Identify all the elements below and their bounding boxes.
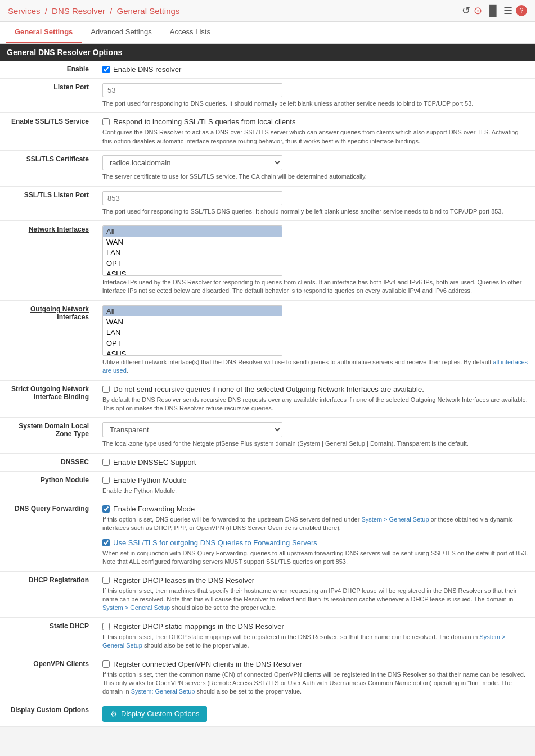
- tab-general-settings[interactable]: General Settings: [6, 22, 82, 43]
- openvpn-checkbox[interactable]: [102, 660, 110, 668]
- ssl-tls-checkbox-label[interactable]: Respond to incoming SSL/TLS queries from…: [102, 117, 528, 126]
- dns-qf-hint: If this option is set, DNS queries will …: [102, 515, 528, 533]
- value-ssl-cert: radice.localdomain The server certificat…: [96, 151, 535, 186]
- ssl-tls-checkbox[interactable]: [102, 118, 110, 125]
- dnssec-checkbox[interactable]: [102, 459, 110, 466]
- label-python-module: Python Module: [0, 471, 96, 500]
- dns-qf-sub-checkbox[interactable]: [102, 539, 110, 546]
- outgoing-network-hint-link[interactable]: all interfaces are used: [102, 359, 528, 374]
- value-network-interfaces: All WAN LAN OPT ASUS Interface IPs used …: [96, 220, 535, 300]
- network-interfaces-select[interactable]: All WAN LAN OPT ASUS: [102, 225, 282, 276]
- top-bar: Services / DNS Resolver / General Settin…: [0, 0, 535, 22]
- dhcp-reg-checkbox-label[interactable]: Register DHCP leases in the DNS Resolver: [102, 576, 528, 585]
- gear-icon: ⚙: [110, 709, 118, 718]
- static-dhcp-checkbox[interactable]: [102, 623, 110, 630]
- label-outgoing-network[interactable]: Outgoing Network Interfaces: [0, 300, 96, 380]
- value-display-custom: ⚙ Display Custom Options: [96, 701, 535, 726]
- tab-advanced-settings[interactable]: Advanced Settings: [82, 22, 160, 43]
- row-static-dhcp: Static DHCP Register DHCP static mapping…: [0, 617, 535, 655]
- ssl-listen-port-hint: The port used for responding to SSL/TLS …: [102, 207, 528, 216]
- python-module-checkbox[interactable]: [102, 477, 110, 484]
- ssl-tls-hint: Configures the DNS Resolver to act as a …: [102, 128, 528, 146]
- label-listen-port: Listen Port: [0, 79, 96, 113]
- label-static-dhcp: Static DHCP: [0, 617, 96, 655]
- breadcrumb-sep1: /: [45, 6, 47, 16]
- row-openvpn-clients: OpenVPN Clients Register connected OpenV…: [0, 655, 535, 701]
- list-icon[interactable]: ☰: [503, 4, 512, 17]
- row-system-domain: System Domain Local Zone Type Transparen…: [0, 418, 535, 453]
- row-ssl-tls-service: Enable SSL/TLS Service Respond to incomi…: [0, 113, 535, 151]
- dnssec-checkbox-text: Enable DNSSEC Support: [113, 458, 196, 467]
- listen-port-input[interactable]: [102, 83, 282, 97]
- ssl-listen-port-input[interactable]: [102, 191, 282, 205]
- on-option-lan: LAN: [103, 327, 282, 338]
- value-python-module: Enable Python Module Enable the Python M…: [96, 471, 535, 500]
- openvpn-hint-link[interactable]: System: General Setup: [131, 688, 195, 695]
- label-dnssec: DNSSEC: [0, 453, 96, 471]
- enable-checkbox[interactable]: [102, 66, 110, 73]
- value-dnssec: Enable DNSSEC Support: [96, 453, 535, 471]
- form-table: Enable Enable DNS resolver Listen Port T…: [0, 61, 535, 727]
- enable-checkbox-label[interactable]: Enable DNS resolver: [102, 65, 528, 74]
- dnssec-checkbox-label[interactable]: Enable DNSSEC Support: [102, 458, 528, 467]
- ssl-cert-hint: The server certificate to use for SSL/TL…: [102, 173, 528, 181]
- dns-qf-sub-hint: When set in conjunction with DNS Query F…: [102, 549, 528, 567]
- dns-qf-hint-link[interactable]: System > General Setup: [361, 516, 429, 523]
- ssl-tls-checkbox-text: Respond to incoming SSL/TLS queries from…: [113, 117, 295, 126]
- value-static-dhcp: Register DHCP static mappings in the DNS…: [96, 617, 535, 655]
- value-listen-port: The port used for responding to DNS quer…: [96, 79, 535, 113]
- outgoing-network-hint: Utilize different network interface(s) t…: [102, 358, 528, 375]
- ni-option-asus: ASUS: [103, 269, 282, 276]
- breadcrumb: Services / DNS Resolver / General Settin…: [8, 6, 179, 16]
- ni-option-lan: LAN: [103, 247, 282, 258]
- outgoing-network-select[interactable]: All WAN LAN OPT ASUS: [102, 305, 282, 356]
- network-interfaces-hint: Interface IPs used by the DNS Resolver f…: [102, 278, 528, 296]
- value-dns-query-forwarding: Enable Forwarding Mode If this option is…: [96, 500, 535, 572]
- strict-outgoing-checkbox[interactable]: [102, 386, 110, 393]
- strict-outgoing-checkbox-text: Do not send recursive queries if none of…: [113, 385, 424, 393]
- row-network-interfaces: Network Interfaces All WAN LAN OPT ASUS …: [0, 220, 535, 300]
- enable-checkbox-text: Enable DNS resolver: [113, 65, 181, 74]
- dns-qf-sub-checkbox-label[interactable]: Use SSL/TLS for outgoing DNS Queries to …: [102, 538, 528, 547]
- display-custom-button[interactable]: ⚙ Display Custom Options: [102, 706, 207, 722]
- on-option-all: All: [103, 306, 282, 316]
- refresh-icon[interactable]: ↺: [462, 4, 470, 17]
- python-module-checkbox-text: Enable Python Module: [113, 476, 187, 485]
- value-system-domain: Transparent The local-zone type used for…: [96, 418, 535, 453]
- dns-qf-checkbox[interactable]: [102, 505, 110, 513]
- system-domain-select[interactable]: Transparent: [102, 422, 282, 437]
- on-option-opt: OPT: [103, 338, 282, 348]
- tab-access-lists[interactable]: Access Lists: [161, 22, 219, 43]
- ni-option-all: All: [103, 226, 282, 237]
- breadcrumb-sep2: /: [110, 6, 112, 16]
- label-ssl-listen-port: SSL/TLS Listen Port: [0, 186, 96, 220]
- stop-icon[interactable]: ⊙: [474, 4, 482, 17]
- dns-qf-checkbox-label[interactable]: Enable Forwarding Mode: [102, 505, 528, 513]
- chart-icon[interactable]: ▐▌: [485, 5, 500, 17]
- static-dhcp-checkbox-label[interactable]: Register DHCP static mappings in the DNS…: [102, 622, 528, 631]
- python-module-hint: Enable the Python Module.: [102, 487, 528, 495]
- dns-qf-checkbox-text: Enable Forwarding Mode: [113, 505, 195, 513]
- help-icon[interactable]: ?: [516, 5, 527, 16]
- openvpn-hint: If this option is set, then the common n…: [102, 671, 528, 696]
- label-system-domain[interactable]: System Domain Local Zone Type: [0, 418, 96, 453]
- label-ssl-tls-service: Enable SSL/TLS Service: [0, 113, 96, 151]
- listen-port-hint: The port used for responding to DNS quer…: [102, 99, 528, 108]
- dhcp-reg-checkbox[interactable]: [102, 577, 110, 584]
- openvpn-checkbox-label[interactable]: Register connected OpenVPN clients in th…: [102, 660, 528, 668]
- strict-outgoing-checkbox-label[interactable]: Do not send recursive queries if none of…: [102, 385, 528, 393]
- row-ssl-cert: SSL/TLS Certificate radice.localdomain T…: [0, 151, 535, 186]
- dns-qf-sub: Use SSL/TLS for outgoing DNS Queries to …: [102, 538, 528, 567]
- dns-qf-sub-checkbox-text: Use SSL/TLS for outgoing DNS Queries to …: [113, 538, 317, 547]
- python-module-checkbox-label[interactable]: Enable Python Module: [102, 476, 528, 485]
- ni-option-wan: WAN: [103, 237, 282, 247]
- static-dhcp-hint-link[interactable]: System > General Setup: [102, 633, 505, 649]
- ssl-cert-select[interactable]: radice.localdomain: [102, 155, 282, 170]
- breadcrumb-dns[interactable]: DNS Resolver: [52, 6, 105, 16]
- label-dhcp-registration: DHCP Registration: [0, 571, 96, 617]
- dhcp-reg-hint-link[interactable]: System > General Setup: [102, 604, 170, 611]
- breadcrumb-services[interactable]: Services: [8, 6, 41, 16]
- label-network-interfaces[interactable]: Network Interfaces: [0, 220, 96, 300]
- display-custom-button-label: Display Custom Options: [121, 709, 199, 718]
- value-enable: Enable DNS resolver: [96, 61, 535, 79]
